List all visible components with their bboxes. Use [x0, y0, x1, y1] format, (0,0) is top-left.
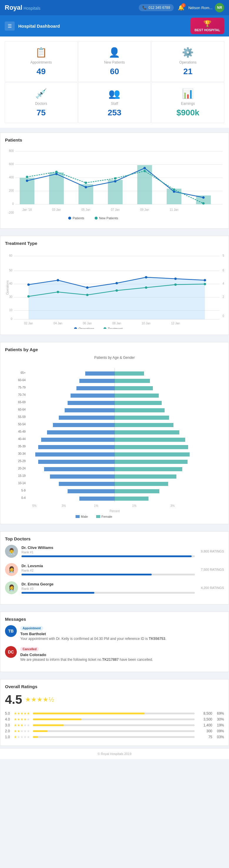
- svg-point-22: [143, 167, 146, 169]
- svg-point-66: [145, 276, 147, 278]
- rating-bar-fill-4: [33, 718, 81, 720]
- svg-text:40-44: 40-44: [18, 437, 26, 441]
- svg-text:Female: Female: [101, 515, 112, 518]
- svg-rect-135: [115, 460, 188, 464]
- svg-point-29: [143, 170, 146, 172]
- new-patients-value: 60: [110, 67, 119, 76]
- svg-point-28: [114, 177, 117, 180]
- svg-rect-128: [115, 408, 165, 412]
- notif-badge: 1: [182, 3, 186, 7]
- logo-hospitals: Hospitals: [24, 6, 40, 10]
- svg-point-84: [103, 327, 106, 329]
- doctor-item: 👩‍⚕️ Dr. Levsmia Rank #2 7,500 RATINGS: [5, 563, 224, 576]
- footer-text: © Royal Hospitals 2019: [98, 752, 131, 755]
- svg-point-23: [173, 190, 175, 193]
- svg-text:60-64: 60-64: [18, 408, 26, 411]
- svg-text:65+: 65+: [21, 371, 26, 374]
- svg-rect-126: [115, 394, 159, 398]
- svg-point-63: [57, 279, 59, 281]
- svg-text:12 Jan: 12 Jan: [171, 322, 180, 325]
- rating-label-4: 4.0: [5, 717, 11, 721]
- user-info[interactable]: Nélson Rom... NR: [189, 3, 224, 12]
- svg-text:55-59: 55-59: [18, 415, 26, 418]
- notification-button[interactable]: 🔔 1: [178, 4, 184, 11]
- rating-row-4: 4.0 ★★★★★ 3,500 30%: [5, 717, 224, 721]
- new-patients-label: New Patients: [104, 60, 125, 64]
- rating-count-4: 3,500: [198, 717, 212, 721]
- svg-text:05 Jan: 05 Jan: [81, 208, 90, 211]
- doctor-item: 👩‍⚕️ Dr. Emma George Rank #3 4,200 RATIN…: [5, 581, 224, 594]
- svg-text:200: 200: [9, 189, 14, 192]
- rating-bar-fill-5: [33, 713, 144, 714]
- svg-text:Operations: Operations: [78, 327, 94, 329]
- svg-text:06 Jan: 06 Jan: [83, 322, 92, 325]
- svg-point-71: [86, 294, 89, 296]
- avatar: NR: [215, 3, 224, 12]
- dashboard-title: Hospital Dashboard: [18, 24, 60, 29]
- svg-point-19: [55, 173, 58, 175]
- rating-label-2: 2.0: [5, 729, 11, 733]
- appointments-label: Appointments: [30, 60, 52, 64]
- svg-point-24: [202, 196, 205, 199]
- rating-pct-2: 09%: [215, 729, 224, 733]
- svg-rect-121: [68, 489, 115, 493]
- svg-rect-107: [76, 386, 115, 390]
- svg-point-31: [202, 202, 205, 205]
- rating-bar-bg-2: [33, 730, 195, 732]
- svg-text:3%: 3%: [170, 504, 175, 507]
- doctor-item: 👨‍⚕️ Dr. Clive Williams Rank #1 9,800 RA…: [5, 545, 224, 558]
- svg-rect-127: [115, 401, 162, 405]
- svg-rect-116: [35, 453, 115, 457]
- msg-text-dc: We are pleased to inform that the follow…: [20, 657, 224, 662]
- patients-chart-title: Patients: [5, 137, 224, 143]
- svg-rect-108: [70, 394, 115, 398]
- svg-point-30: [173, 188, 175, 191]
- svg-text:60: 60: [9, 254, 13, 257]
- svg-text:10: 10: [9, 308, 13, 312]
- stars-4: ★★★★★: [14, 717, 30, 721]
- svg-rect-133: [115, 445, 188, 449]
- doctor-bar-2: [22, 574, 195, 576]
- stars-2: ★★★★★: [14, 729, 30, 733]
- svg-text:800: 800: [9, 149, 14, 152]
- phone-button[interactable]: 📞 012 345 6789: [139, 4, 173, 11]
- svg-point-70: [57, 291, 59, 293]
- treatment-chart-svg: 60 50 40 30 10 0 Operations 50 60 40 20 …: [5, 249, 224, 329]
- patients-chart-container: 800 600 400 200 0 -200: [5, 146, 224, 224]
- new-patients-icon: 👤: [108, 47, 120, 58]
- overall-stars: ★★★★½: [25, 696, 54, 704]
- svg-rect-115: [38, 445, 115, 449]
- sub-bar: ☰ Hospital Dashboard 🏆 BEST HOSPITAL: [0, 15, 229, 36]
- svg-text:40: 40: [223, 282, 224, 285]
- user-name: Nélson Rom...: [189, 6, 212, 10]
- doctor-name-1: Dr. Clive Williams: [22, 546, 195, 550]
- svg-text:02 Jan: 02 Jan: [24, 322, 33, 325]
- rating-bar-bg-3: [33, 724, 195, 726]
- top-doctors-section: Top Doctors 👨‍⚕️ Dr. Clive Williams Rank…: [0, 531, 229, 604]
- msg-badge-cancelled: Cancelled: [20, 647, 39, 651]
- doctors-icon: 💉: [35, 88, 47, 99]
- svg-rect-111: [59, 415, 115, 420]
- svg-point-26: [55, 171, 58, 173]
- rating-count-3: 1,400: [198, 723, 212, 727]
- svg-rect-122: [79, 497, 115, 501]
- rating-label-5: 5.0: [5, 711, 11, 716]
- svg-rect-110: [65, 408, 115, 412]
- svg-rect-134: [115, 453, 190, 457]
- rating-count-5: 8,500: [198, 711, 212, 716]
- doctor-bar-1: [22, 555, 195, 557]
- svg-text:Treatment: Treatment: [108, 327, 123, 329]
- doctor-name-2: Dr. Levsmia: [22, 564, 195, 568]
- svg-text:11 Jan: 11 Jan: [170, 208, 178, 211]
- doctor-ratings-2: 7,500 RATINGS: [201, 568, 224, 571]
- stat-doctors: 💉 Doctors 75: [5, 83, 77, 123]
- svg-text:5%: 5%: [32, 504, 37, 507]
- svg-text:1%: 1%: [94, 504, 98, 507]
- doctors-label: Doctors: [35, 101, 47, 106]
- menu-button[interactable]: ☰: [5, 22, 15, 31]
- svg-rect-14: [108, 180, 123, 204]
- svg-text:10 Jan: 10 Jan: [142, 322, 151, 325]
- rating-bar-fill-3: [33, 724, 64, 726]
- rating-bar-bg-5: [33, 713, 195, 714]
- svg-text:35-39: 35-39: [18, 445, 26, 448]
